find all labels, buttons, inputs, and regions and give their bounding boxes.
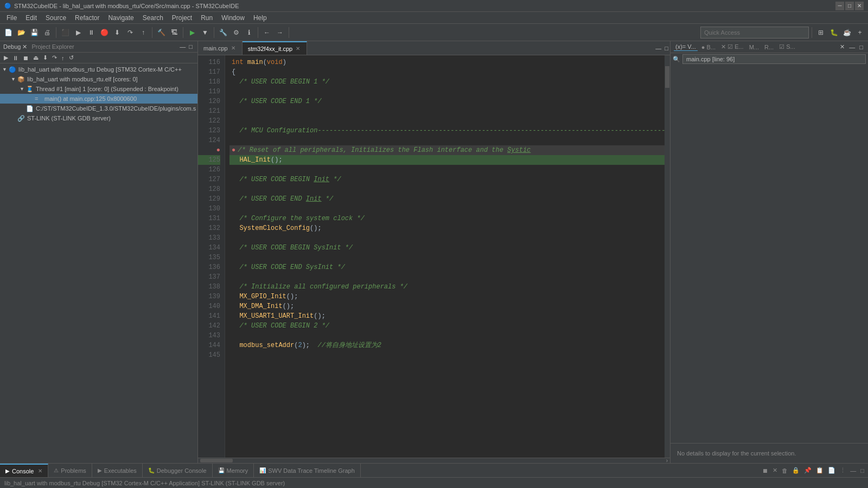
console-paste[interactable]: 📄 <box>826 466 837 474</box>
tb-more-persp[interactable]: + <box>854 27 866 38</box>
tb-step-into[interactable]: ⬇ <box>111 27 123 38</box>
rp-tab-expressions[interactable]: ✕ ☑ E... <box>719 43 745 51</box>
code-line: { <box>229 67 670 77</box>
tb-run[interactable]: ▶ <box>186 27 198 38</box>
tb-terminate[interactable]: 🔴 <box>98 27 110 38</box>
menu-edit[interactable]: Edit <box>21 13 41 23</box>
tree-main-frame[interactable]: = main() at main.cpp:125 0x8000600 <box>0 94 197 104</box>
tb-save[interactable]: 💾 <box>28 27 40 38</box>
quick-access-input[interactable] <box>700 27 809 38</box>
outline-search-input[interactable] <box>682 54 866 64</box>
hscroll-right[interactable]: › <box>666 458 668 463</box>
rp-minimize[interactable]: — <box>847 43 857 51</box>
panel-maximize-btn[interactable]: □ <box>187 43 194 50</box>
editor-hscrollbar[interactable]: › <box>198 458 670 463</box>
tree-elf[interactable]: ▼ 📦 lib_hal_uart with modbus_rtu.elf [co… <box>0 74 197 84</box>
debug-suspend[interactable]: ⏸ <box>11 54 20 62</box>
editor-maximize[interactable]: □ <box>663 41 670 55</box>
console-remove[interactable]: ✕ <box>771 466 779 474</box>
rp-collapse[interactable]: ✕ <box>838 43 846 51</box>
debug-tab[interactable]: Debug ✕ <box>3 43 27 50</box>
tree-thread[interactable]: ▼ 🧵 Thread #1 [main] 1 [core: 0] (Suspen… <box>0 84 197 94</box>
debug-step-return[interactable]: ↑ <box>60 54 66 62</box>
window-title: STM32CubeIDE - lib_hal_uart with modbus_… <box>14 3 835 9</box>
tree-plugin[interactable]: 📄 C:/ST/STM32CubeIDE_1.3.0/STM32CubeIDE/… <box>0 104 197 113</box>
tb-perspectives[interactable]: ⊞ <box>815 27 827 38</box>
menu-navigate[interactable]: Navigate <box>104 13 138 23</box>
menu-file[interactable]: File <box>2 13 21 23</box>
tab-problems[interactable]: ⚠ Problems <box>48 464 92 477</box>
tb-debug-persp[interactable]: 🐛 <box>828 27 840 38</box>
debug-drop-frame[interactable]: ↺ <box>67 54 75 62</box>
debug-step-over[interactable]: ↷ <box>50 54 59 62</box>
tab-memory[interactable]: 💾 Memory <box>213 464 254 477</box>
tab-swv[interactable]: 📊 SWV Data Trace Timeline Graph <box>254 464 361 477</box>
tb-java-persp[interactable]: ☕ <box>841 27 853 38</box>
tb-forward[interactable]: → <box>274 27 286 38</box>
tab-close[interactable]: ✕ <box>231 45 235 51</box>
tb-build-all[interactable]: 🏗 <box>168 27 180 38</box>
tree-label: ST-LINK (ST-LINK GDB server) <box>27 115 111 121</box>
console-clear[interactable]: 🗑 <box>780 467 789 474</box>
menu-run[interactable]: Run <box>196 13 217 23</box>
tab-executables[interactable]: ▶ Executables <box>92 464 143 477</box>
bottom-maximize[interactable]: □ <box>859 467 866 474</box>
tb-build[interactable]: 🔨 <box>155 27 167 38</box>
console-more[interactable]: ⋮ <box>838 466 847 474</box>
menu-project[interactable]: Project <box>168 13 196 23</box>
tree-debug-session[interactable]: ▼ 🔵 lib_hal_uart with modbus_rtu Debug [… <box>0 65 197 74</box>
tb-run-debug[interactable]: ▶ <box>72 27 84 38</box>
tb-ext1[interactable]: 🔧 <box>217 27 229 38</box>
tb-print[interactable]: 🖨 <box>41 27 53 38</box>
console-scroll-lock[interactable]: 🔒 <box>790 466 801 474</box>
debug-terminate[interactable]: ⏹ <box>21 54 30 62</box>
bottom-minimize[interactable]: — <box>848 467 858 474</box>
tb-step-return[interactable]: ↑ <box>137 27 149 38</box>
rp-tab-signals[interactable]: ☑ S... <box>777 43 797 51</box>
vscroll-thumb[interactable] <box>665 66 669 88</box>
tb-step-over[interactable]: ↷ <box>124 27 136 38</box>
rp-tab-breakpoints[interactable]: ● B... <box>700 43 717 51</box>
tb-suspend[interactable]: ⏸ <box>85 27 97 38</box>
tab-debugger-console[interactable]: 🐛 Debugger Console <box>143 464 213 477</box>
rp-tab-variables[interactable]: (x)= V... <box>674 43 698 51</box>
menu-help[interactable]: Help <box>249 13 271 23</box>
project-explorer-tab[interactable]: Project Explorer <box>31 43 178 50</box>
right-panel: (x)= V... ● B... ✕ ☑ E... M... R... ☑ S.… <box>670 41 868 463</box>
panel-minimize-btn[interactable]: — <box>178 43 187 50</box>
minimize-button[interactable]: ─ <box>835 2 844 10</box>
console-copy[interactable]: 📋 <box>814 466 825 474</box>
rp-tab-registers[interactable]: R... <box>763 43 775 51</box>
rp-maximize[interactable]: □ <box>858 43 865 51</box>
tab-stm32f4xx-it[interactable]: stm32f4xx_it.cpp ✕ <box>242 41 308 55</box>
tb-ext3[interactable]: ℹ <box>243 27 255 38</box>
hscroll-thumb[interactable] <box>200 459 233 463</box>
tb-open[interactable]: 📂 <box>15 27 27 38</box>
debug-step-into[interactable]: ⬇ <box>41 54 49 62</box>
tab-console[interactable]: ▶ Console ✕ <box>0 464 48 477</box>
rp-tab-modules[interactable]: M... <box>748 43 761 51</box>
editor-vscrollbar[interactable] <box>665 55 670 458</box>
menu-window[interactable]: Window <box>217 13 249 23</box>
debug-terminate-relaunch[interactable]: ⏏ <box>31 54 40 62</box>
code-area[interactable]: int main(void) { /* USER CODE BEGIN 1 */… <box>225 55 670 458</box>
debug-resume[interactable]: ▶ <box>2 54 10 62</box>
tab-close[interactable]: ✕ <box>38 468 42 474</box>
maximize-button[interactable]: □ <box>845 2 854 10</box>
tb-back[interactable]: ← <box>261 27 273 38</box>
tb-new[interactable]: 📄 <box>2 27 14 38</box>
menu-search[interactable]: Search <box>138 13 168 23</box>
console-pin[interactable]: 📌 <box>802 466 813 474</box>
tb-debug-mode[interactable]: ⬛ <box>59 27 71 38</box>
editor-minimize[interactable]: — <box>654 41 663 55</box>
tab-main-cpp[interactable]: main.cpp ✕ <box>198 41 242 55</box>
tab-close[interactable]: ✕ <box>296 46 300 52</box>
close-button[interactable]: ✕ <box>855 2 864 10</box>
editor-area: 116117118119120 121122123124 ● 125 12612… <box>198 55 670 458</box>
menu-refactor[interactable]: Refactor <box>71 13 104 23</box>
tb-run-config[interactable]: ▼ <box>199 27 211 38</box>
console-stop[interactable]: ⏹ <box>761 467 770 474</box>
tb-ext2[interactable]: ⚙ <box>230 27 242 38</box>
tree-stlink[interactable]: 🔗 ST-LINK (ST-LINK GDB server) <box>0 113 197 123</box>
menu-source[interactable]: Source <box>41 13 71 23</box>
